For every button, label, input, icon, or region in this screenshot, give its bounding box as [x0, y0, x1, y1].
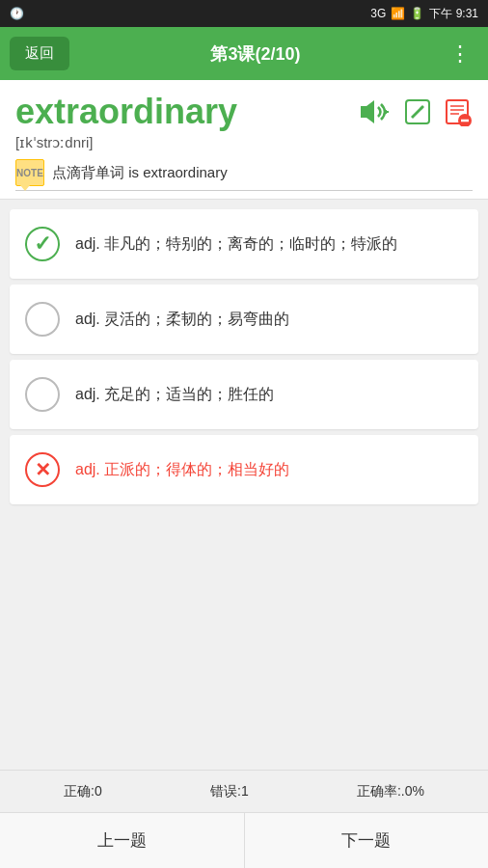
- note-text: 点滴背单词 is extraordinary: [52, 164, 228, 182]
- cross-icon: [35, 458, 51, 481]
- phonetic-text: [ɪkˈstrɔːdnri]: [15, 134, 473, 151]
- time-label: 下午 9:31: [429, 6, 478, 22]
- lesson-title: 第3课(2/10): [69, 42, 442, 66]
- choices-container: adj. 非凡的；特别的；离奇的；临时的；特派的 adj. 灵活的；柔韧的；易弯…: [0, 200, 488, 514]
- speaker-icon[interactable]: [357, 97, 392, 126]
- prev-button[interactable]: 上一题: [0, 813, 245, 868]
- check-icon: [34, 231, 51, 257]
- radio-2: [25, 302, 60, 337]
- note-icon: NOTE: [15, 159, 44, 186]
- radio-3: [25, 377, 60, 412]
- radio-correct-1: [25, 227, 60, 261]
- next-button[interactable]: 下一题: [245, 813, 489, 868]
- choice-card-2[interactable]: adj. 灵活的；柔韧的；易弯曲的: [10, 285, 478, 354]
- edit-icon[interactable]: [403, 97, 432, 126]
- choice-text-2: adj. 灵活的；柔韧的；易弯曲的: [75, 308, 289, 331]
- top-bar: 返回 第3课(2/10) ⋮: [0, 27, 488, 80]
- note-row: NOTE 点滴背单词 is extraordinary: [15, 159, 473, 191]
- word-section: extraordinary: [0, 80, 488, 200]
- choice-text-1: adj. 非凡的；特别的；离奇的；临时的；特派的: [75, 232, 397, 256]
- choice-card-4[interactable]: adj. 正派的；得体的；相当好的: [10, 435, 478, 504]
- more-icon[interactable]: ⋮: [442, 38, 478, 70]
- status-left: 🕐: [10, 7, 24, 20]
- choice-text-3: adj. 充足的；适当的；胜任的: [75, 383, 274, 406]
- word-icons: [357, 97, 473, 126]
- svg-marker-0: [361, 100, 374, 123]
- signal-label: 3G: [370, 7, 386, 20]
- battery-icon: 🔋: [410, 7, 424, 20]
- stats-bar: 正确:0 错误:1 正确率:.0%: [0, 770, 488, 812]
- word-row: extraordinary: [15, 92, 473, 132]
- notebook-icon[interactable]: [444, 97, 473, 126]
- radio-wrong-4: [25, 452, 60, 487]
- status-right: 3G 📶 🔋 下午 9:31: [370, 6, 478, 22]
- choice-card-3[interactable]: adj. 充足的；适当的；胜任的: [10, 360, 478, 429]
- choice-text-4: adj. 正派的；得体的；相当好的: [75, 458, 289, 481]
- back-button[interactable]: 返回: [10, 37, 69, 70]
- error-stat: 错误:1: [210, 783, 249, 800]
- status-bar: 🕐 3G 📶 🔋 下午 9:31: [0, 0, 488, 27]
- choice-card-1[interactable]: adj. 非凡的；特别的；离奇的；临时的；特派的: [10, 209, 478, 279]
- wifi-icon: 📶: [391, 7, 405, 20]
- clock-icon: 🕐: [10, 7, 24, 20]
- bottom-nav: 上一题 下一题: [0, 812, 488, 868]
- correct-stat: 正确:0: [64, 783, 102, 800]
- word-text: extraordinary: [15, 92, 237, 132]
- rate-stat: 正确率:.0%: [357, 783, 424, 800]
